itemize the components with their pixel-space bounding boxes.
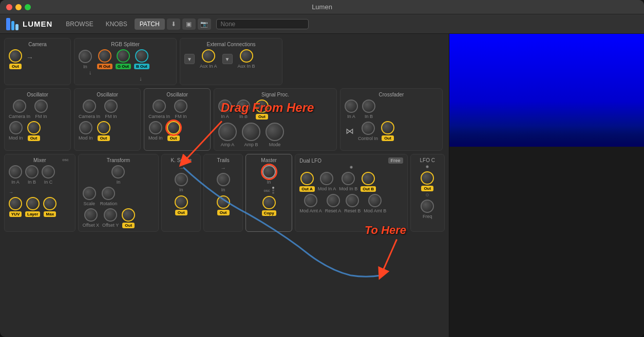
dual-lfo-modinb-knob[interactable] bbox=[342, 172, 355, 185]
lfo-c-freq-knob[interactable] bbox=[421, 200, 434, 213]
preview-screen bbox=[449, 34, 644, 147]
dual-lfo-modina-knob[interactable] bbox=[320, 172, 333, 185]
dual-lfo-outb-knob[interactable] bbox=[362, 172, 375, 185]
osc2-camera-knob[interactable] bbox=[83, 100, 96, 113]
oscillator2-module: Oscillator Camera In FM In bbox=[74, 88, 141, 151]
dual-lfo-outa-badge: Out A bbox=[299, 186, 314, 192]
osc1-out-knob[interactable] bbox=[27, 121, 41, 134]
osc2-out-knob[interactable] bbox=[97, 121, 110, 134]
aux-in-b-knob[interactable] bbox=[240, 49, 253, 63]
transform-scale-knob[interactable] bbox=[83, 187, 96, 200]
sp-ampb-knob[interactable] bbox=[242, 123, 260, 141]
osc1-fm-knob[interactable] bbox=[34, 100, 48, 113]
sp-mode-knob[interactable] bbox=[266, 123, 284, 141]
lfo-c-out-badge: Out bbox=[421, 186, 433, 191]
external-connections-module: External Connections ▼ Aux In A ▼ Aux In… bbox=[180, 38, 282, 85]
rgb-bout-knob[interactable] bbox=[135, 49, 148, 63]
camera-out-knob[interactable] bbox=[9, 49, 22, 63]
dual-lfo-modamtb-knob[interactable] bbox=[368, 194, 382, 207]
mixer-max-knob[interactable] bbox=[43, 197, 56, 210]
logo-icon bbox=[5, 17, 20, 31]
osc2-fm-knob[interactable] bbox=[104, 100, 118, 113]
mixer-ina-knob[interactable] bbox=[9, 165, 22, 179]
lfo-c-out-knob[interactable] bbox=[421, 171, 434, 185]
trails-in-knob[interactable] bbox=[217, 173, 230, 186]
trails-out-knob[interactable] bbox=[217, 195, 230, 209]
dual-lfo-reseta-knob[interactable] bbox=[327, 194, 340, 207]
mixer-inc-knob[interactable] bbox=[42, 165, 55, 179]
patch-button[interactable]: PATCH bbox=[135, 18, 165, 30]
master-in-knob[interactable] bbox=[262, 165, 276, 179]
camera-out-group: Out bbox=[9, 49, 22, 69]
logo-text: LUMEN bbox=[23, 19, 52, 28]
display-icon[interactable]: ▣ bbox=[182, 18, 196, 30]
transform-offsety-knob[interactable] bbox=[104, 208, 117, 222]
dual-lfo-outa-knob[interactable] bbox=[300, 172, 314, 185]
mixer-max-badge: Max bbox=[44, 211, 56, 217]
rgb-gout-knob[interactable] bbox=[117, 49, 130, 63]
knobs-button[interactable]: KNOBS bbox=[101, 18, 132, 30]
dual-lfo-reset-a: Reset A bbox=[325, 194, 342, 213]
cf-ina-knob[interactable] bbox=[345, 100, 358, 113]
cf-inb-knob[interactable] bbox=[362, 100, 375, 113]
kscope-in-knob[interactable] bbox=[175, 173, 188, 186]
preset-field[interactable] bbox=[216, 19, 309, 29]
osc3-out: Out bbox=[167, 121, 180, 141]
cf-out: Out bbox=[381, 121, 394, 141]
osc2-title: Oscillator bbox=[79, 92, 136, 97]
osc3-mod-knob[interactable] bbox=[149, 121, 162, 134]
osc1-camera-knob[interactable] bbox=[13, 100, 26, 113]
download-icon[interactable]: ⬇ bbox=[167, 18, 180, 30]
ext-dropdown-b[interactable]: ▼ bbox=[222, 54, 233, 64]
osc2-camera-in: Camera In bbox=[79, 100, 100, 119]
mixer-yuv-knob[interactable] bbox=[9, 197, 22, 210]
sp-out-knob[interactable] bbox=[255, 100, 269, 113]
rgb-gout-badge: G Out bbox=[116, 64, 131, 69]
rgb-in-knob[interactable] bbox=[79, 50, 92, 63]
preview-dark-bottom bbox=[449, 126, 644, 147]
mixer-layer-knob[interactable] bbox=[26, 197, 40, 210]
transform-offset-x: Offset X bbox=[83, 208, 99, 228]
maximize-button[interactable] bbox=[25, 4, 31, 10]
osc1-mod-knob[interactable] bbox=[9, 121, 23, 134]
close-button[interactable] bbox=[6, 4, 12, 10]
aux-in-a-knob[interactable] bbox=[202, 49, 215, 63]
osc3-fm-knob[interactable] bbox=[174, 100, 187, 113]
browse-button[interactable]: BROWSE bbox=[61, 18, 98, 30]
transform-out-knob[interactable] bbox=[122, 208, 135, 222]
osc2-out: Out bbox=[97, 121, 110, 141]
cf-out-badge: Out bbox=[382, 135, 394, 141]
osc3-camera-in: Camera In bbox=[148, 100, 170, 119]
dual-lfo-modamta-knob[interactable] bbox=[304, 194, 317, 207]
osc3-out-badge: Out bbox=[167, 135, 180, 141]
cf-out-knob[interactable] bbox=[381, 121, 394, 134]
module-row-3: Mixer osc In A In B In C bbox=[4, 154, 445, 232]
osc3-out-knob[interactable] bbox=[167, 121, 180, 134]
master-copy-knob[interactable] bbox=[262, 196, 276, 209]
osc2-mod-knob[interactable] bbox=[79, 121, 92, 134]
transform-in-knob[interactable] bbox=[111, 165, 125, 179]
camera-module: Camera Out → bbox=[4, 38, 71, 85]
transform-offsetx-knob[interactable] bbox=[84, 208, 98, 222]
camera-icon[interactable]: 📷 bbox=[198, 18, 211, 30]
master-module: Master In osc bbox=[245, 154, 292, 232]
cf-control-knob[interactable] bbox=[362, 122, 375, 135]
master-copy: Copy bbox=[262, 196, 276, 216]
sp-amp-b: Amp B bbox=[242, 123, 260, 147]
transform-rotation-knob[interactable] bbox=[102, 187, 115, 200]
minimize-button[interactable] bbox=[15, 4, 22, 10]
sp-out-badge: Out bbox=[256, 114, 268, 120]
dual-lfo-resetb-knob[interactable] bbox=[346, 194, 359, 207]
sp-inb-knob[interactable] bbox=[237, 100, 250, 113]
sp-out: Out bbox=[255, 100, 269, 120]
kscope-out-knob[interactable] bbox=[175, 195, 188, 209]
osc1-fm-in: FM In bbox=[34, 100, 48, 119]
rgb-rout-knob[interactable] bbox=[98, 49, 111, 63]
ext-dropdown-a[interactable]: ▼ bbox=[184, 54, 195, 64]
sp-ina-knob[interactable] bbox=[218, 100, 232, 113]
osc3-camera-knob[interactable] bbox=[153, 100, 166, 113]
preview-area bbox=[449, 34, 644, 337]
sp-ampa-knob[interactable] bbox=[218, 123, 237, 141]
dual-lfo-out-b: Out B bbox=[361, 172, 376, 192]
mixer-inb-knob[interactable] bbox=[25, 165, 39, 179]
